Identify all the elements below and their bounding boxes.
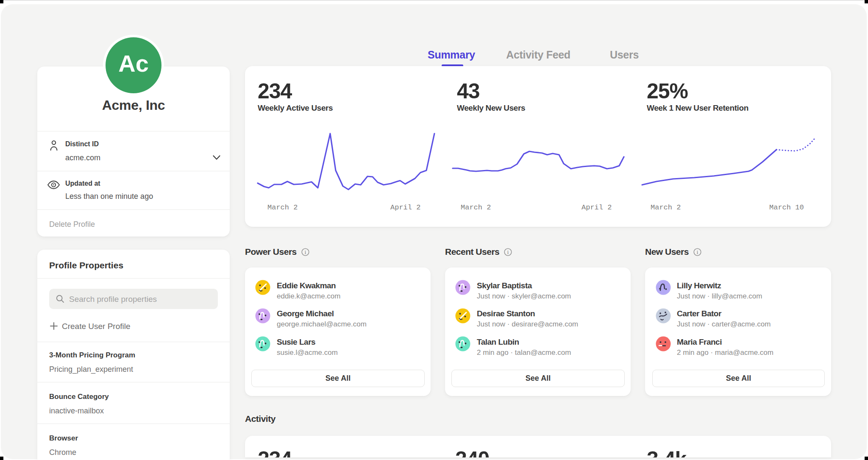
svg-text:i: i xyxy=(304,249,306,255)
svg-text:i: i xyxy=(697,249,698,255)
svg-text:i: i xyxy=(507,249,509,255)
